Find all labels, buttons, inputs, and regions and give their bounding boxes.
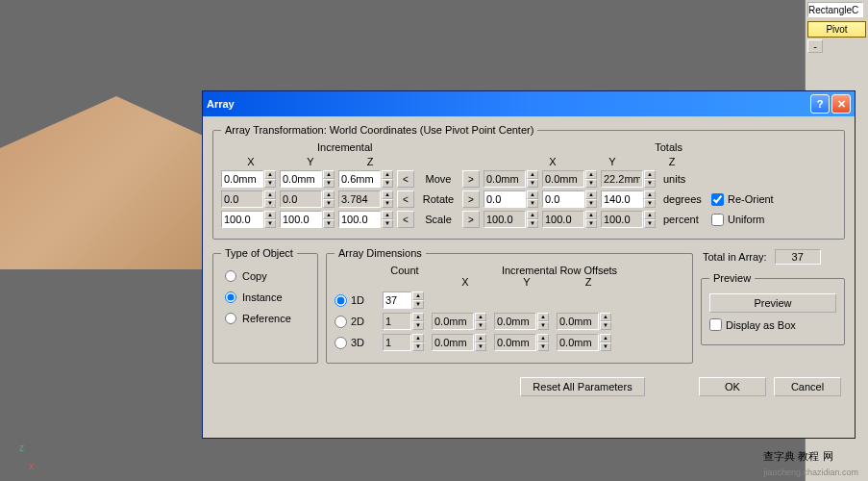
spin-down[interactable]: ▼	[644, 179, 656, 188]
scale-left-arrow[interactable]: <	[397, 211, 414, 228]
spin-down[interactable]: ▼	[412, 342, 424, 351]
preview-button[interactable]: Preview	[709, 293, 836, 313]
spin-up[interactable]: ▲	[475, 334, 486, 342]
scale-row: ▲▼ ▲▼ ▲▼ < Scale > ▲▼ ▲▼ ▲▼ percent Unif…	[221, 211, 836, 228]
move-inc-z[interactable]	[338, 170, 381, 188]
spin-up[interactable]: ▲	[412, 291, 424, 300]
spin-up[interactable]: ▲	[644, 190, 656, 199]
help-button[interactable]: ?	[810, 94, 830, 114]
reference-radio[interactable]	[225, 313, 236, 324]
spin-down[interactable]: ▼	[412, 300, 424, 309]
cancel-button[interactable]: Cancel	[774, 377, 841, 396]
rotate-tot-y[interactable]	[542, 190, 584, 208]
object-name-field[interactable]	[807, 2, 863, 17]
total-in-array-label: Total in Array:	[703, 251, 767, 263]
spin-down[interactable]: ▼	[585, 179, 597, 188]
3d-radio[interactable]	[335, 337, 347, 349]
spin-up[interactable]: ▲	[537, 313, 549, 321]
spin-up[interactable]: ▲	[323, 170, 335, 179]
spin-up[interactable]: ▲	[264, 190, 276, 199]
display-as-box-checkbox[interactable]	[709, 318, 722, 331]
spin-up[interactable]: ▲	[323, 211, 335, 219]
3d-z	[557, 334, 599, 351]
spin-down[interactable]: ▼	[475, 321, 486, 330]
spin-down[interactable]: ▼	[585, 199, 597, 208]
spin-up[interactable]: ▲	[644, 211, 656, 219]
scale-right-arrow[interactable]: >	[462, 211, 480, 228]
spin-down[interactable]: ▼	[382, 199, 393, 208]
dialog-titlebar[interactable]: Array ? ✕	[203, 91, 855, 116]
spin-down[interactable]: ▼	[600, 321, 611, 330]
spin-up[interactable]: ▲	[475, 313, 486, 321]
spin-up[interactable]: ▲	[644, 170, 656, 179]
spin-down[interactable]: ▼	[382, 179, 393, 188]
spin-up[interactable]: ▲	[585, 170, 597, 179]
spin-down[interactable]: ▼	[644, 219, 656, 228]
spin-up[interactable]: ▲	[412, 334, 424, 342]
spin-down[interactable]: ▼	[264, 179, 276, 188]
spin-up[interactable]: ▲	[527, 170, 538, 179]
spin-down[interactable]: ▼	[527, 199, 538, 208]
uniform-checkbox[interactable]	[711, 214, 724, 226]
spin-up[interactable]: ▲	[527, 190, 538, 199]
instance-radio[interactable]	[225, 291, 236, 303]
spin-down[interactable]: ▼	[323, 179, 335, 188]
reorient-checkbox[interactable]	[711, 193, 724, 206]
spin-up[interactable]: ▲	[382, 211, 393, 219]
dim-legend: Array Dimensions	[335, 247, 426, 259]
spin-up[interactable]: ▲	[527, 211, 538, 219]
scale-inc-z[interactable]	[338, 211, 381, 228]
spin-up[interactable]: ▲	[382, 170, 393, 179]
move-tot-y	[542, 170, 584, 188]
spin-down[interactable]: ▼	[585, 219, 597, 228]
close-button[interactable]: ✕	[831, 94, 851, 114]
spin-up[interactable]: ▲	[264, 170, 276, 179]
spin-up[interactable]: ▲	[585, 190, 597, 199]
spin-up[interactable]: ▲	[600, 334, 611, 342]
spin-down[interactable]: ▼	[382, 219, 393, 228]
rotate-tot-x[interactable]	[484, 190, 526, 208]
spin-up[interactable]: ▲	[600, 313, 611, 321]
spin-up[interactable]: ▲	[382, 190, 393, 199]
spin-down[interactable]: ▼	[323, 199, 335, 208]
1d-radio[interactable]	[335, 294, 347, 307]
spin-down[interactable]: ▼	[527, 179, 538, 188]
axis-x-label: x	[29, 461, 34, 471]
spin-up[interactable]: ▲	[323, 190, 335, 199]
spin-up[interactable]: ▲	[412, 313, 424, 321]
watermark-sub: jiaocheng.chazidian.com	[763, 468, 858, 477]
spin-down[interactable]: ▼	[537, 321, 549, 330]
move-right-arrow[interactable]: >	[462, 170, 480, 188]
axis-gizmo: z x	[10, 443, 38, 471]
spin-down[interactable]: ▼	[323, 219, 335, 228]
copy-radio[interactable]	[225, 270, 236, 282]
spin-down[interactable]: ▼	[264, 199, 276, 208]
reset-button[interactable]: Reset All Parameters	[520, 377, 645, 396]
spin-up[interactable]: ▲	[264, 211, 276, 219]
rotate-right-arrow[interactable]: >	[462, 190, 480, 208]
pivot-button[interactable]: Pivot	[807, 21, 866, 38]
rotate-left-arrow[interactable]: <	[397, 190, 414, 208]
spin-down[interactable]: ▼	[644, 199, 656, 208]
move-unit: units	[659, 173, 707, 185]
spin-down[interactable]: ▼	[264, 219, 276, 228]
move-left-arrow[interactable]: <	[397, 170, 414, 188]
2d-radio[interactable]	[335, 316, 347, 328]
rotate-label: Rotate	[418, 193, 459, 205]
1d-count[interactable]	[383, 291, 411, 309]
move-inc-y[interactable]	[280, 170, 322, 188]
ok-button[interactable]: OK	[699, 377, 766, 396]
scale-inc-x[interactable]	[221, 211, 263, 228]
move-inc-x[interactable]	[221, 170, 263, 188]
spin-down[interactable]: ▼	[537, 342, 549, 351]
spin-down[interactable]: ▼	[412, 321, 424, 330]
spin-down[interactable]: ▼	[600, 342, 611, 351]
spin-up[interactable]: ▲	[537, 334, 549, 342]
scale-inc-y[interactable]	[280, 211, 322, 228]
spin-down[interactable]: ▼	[475, 342, 486, 351]
spin-up[interactable]: ▲	[585, 211, 597, 219]
panel-collapse[interactable]: -	[807, 39, 823, 53]
rotate-tot-z[interactable]	[601, 190, 643, 208]
spin-down[interactable]: ▼	[527, 219, 538, 228]
totals-label: Totals	[655, 141, 682, 153]
